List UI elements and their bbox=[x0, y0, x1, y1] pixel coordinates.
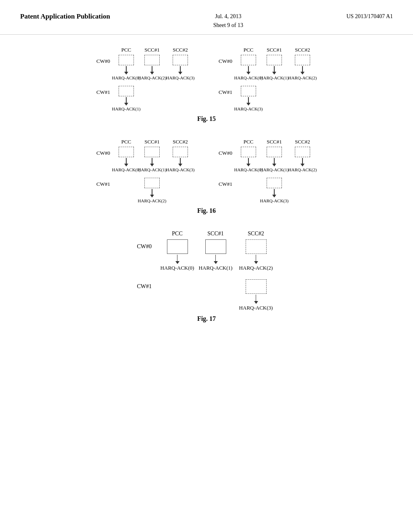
main-content: PCC SCC#1 SCC#2 CW#0 HARQ-ACK(0) bbox=[0, 35, 413, 351]
fig15-left-cw1-label: CW#1 bbox=[96, 86, 115, 96]
fig17-diagram: PCC SCC#1 SCC#2 CW#0 HARQ-ACK(0) bbox=[24, 231, 389, 311]
fig15-right-col3-header: SCC#2 bbox=[288, 47, 317, 53]
fig17-cw0-box1 bbox=[205, 239, 226, 254]
fig16-right-cw0-label: CW#0 bbox=[219, 147, 237, 156]
fig15-right-cw0-box1 bbox=[267, 55, 282, 65]
arrow bbox=[150, 189, 154, 197]
fig15-left-cw0-ack0: HARQ-ACK(0) bbox=[112, 75, 141, 80]
fig16-right-cw0-box0 bbox=[241, 147, 256, 157]
fig15-right-col2-header: SCC#1 bbox=[260, 47, 288, 53]
fig16-right: PCC SCC#1 SCC#2 CW#0 HARQ-ACK(0) H bbox=[219, 139, 317, 203]
arrow bbox=[246, 158, 250, 166]
fig17-cw0-ack1: HARQ-ACK(1) bbox=[199, 265, 233, 271]
fig16-left-cw0-ack2: HARQ-ACK(3) bbox=[166, 167, 195, 172]
fig17-cw0-box2 bbox=[246, 239, 267, 254]
fig17-cw0-ack2: HARQ-ACK(2) bbox=[239, 265, 273, 271]
fig15-right-cw1-label: CW#1 bbox=[219, 86, 237, 96]
fig17-cw1-ack2: HARQ-ACK(3) bbox=[239, 305, 273, 311]
fig15-left-cw0-box0 bbox=[119, 55, 134, 65]
fig16-left-cw0-box1 bbox=[144, 147, 160, 157]
arrow bbox=[178, 66, 182, 75]
fig15-right-cw1-ack0: HARQ-ACK(3) bbox=[234, 106, 263, 111]
fig16-right-cw0-ack2: HARQ-ACK(2) bbox=[288, 167, 317, 172]
fig16-right-cw0-ack1: HARQ-ACK(1) bbox=[260, 167, 289, 172]
fig17-col3-header: SCC#2 bbox=[236, 231, 276, 237]
arrow bbox=[300, 66, 305, 75]
pub-date: Jul. 4, 2013 bbox=[215, 13, 241, 19]
fig16-right-cw1-box1 bbox=[267, 178, 282, 188]
fig16-left-cw0-label: CW#0 bbox=[96, 147, 115, 156]
fig15-right-cw0-label: CW#0 bbox=[219, 55, 237, 64]
fig16-right-col1-header: PCC bbox=[237, 139, 260, 145]
arrow bbox=[246, 97, 250, 106]
fig16-left: PCC SCC#1 SCC#2 CW#0 HARQ-ACK(0) H bbox=[96, 139, 194, 203]
sheet-info: Sheet 9 of 13 bbox=[213, 22, 243, 28]
arrow bbox=[272, 66, 276, 75]
fig15-left: PCC SCC#1 SCC#2 CW#0 HARQ-ACK(0) bbox=[96, 47, 194, 111]
fig15-left-cw1-ack0: HARQ-ACK(1) bbox=[112, 106, 141, 111]
arrow bbox=[178, 158, 182, 166]
fig16-left-cw0-ack1: HARQ-ACK(1) bbox=[138, 167, 167, 172]
fig15-left-cw0-box2 bbox=[173, 55, 188, 65]
fig15-diagram: PCC SCC#1 SCC#2 CW#0 HARQ-ACK(0) bbox=[24, 47, 389, 111]
publication-title: Patent Application Publication bbox=[20, 12, 110, 21]
arrow bbox=[272, 189, 276, 197]
fig16-left-cw0-ack0: HARQ-ACK(0) bbox=[112, 167, 141, 172]
fig16-right-col3-header: SCC#2 bbox=[288, 139, 317, 145]
fig17-cw1-label: CW#1 bbox=[137, 279, 159, 290]
figure-17-block: PCC SCC#1 SCC#2 CW#0 HARQ-ACK(0) bbox=[24, 231, 389, 322]
fig15-right-cw0-ack1: HARQ-ACK(1) bbox=[260, 75, 289, 80]
fig16-left-cw0-box0 bbox=[119, 147, 134, 157]
arrow bbox=[124, 66, 128, 75]
fig16-right-cw0-box1 bbox=[267, 147, 282, 157]
fig15-right-cw0-box0 bbox=[241, 55, 256, 65]
fig16-right-cw0-box2 bbox=[295, 147, 310, 157]
arrow bbox=[175, 255, 179, 264]
arrow bbox=[246, 66, 250, 75]
fig16-left-cw1-box1 bbox=[144, 178, 160, 188]
header-center: Jul. 4, 2013 Sheet 9 of 13 bbox=[213, 12, 243, 30]
fig17-cw0-ack0: HARQ-ACK(0) bbox=[161, 265, 194, 271]
figure-15-block: PCC SCC#1 SCC#2 CW#0 HARQ-ACK(0) bbox=[24, 47, 389, 123]
fig15-right-cw0-box2 bbox=[295, 55, 310, 65]
arrow bbox=[272, 158, 276, 166]
fig16-right-cw1-ack1: HARQ-ACK(3) bbox=[260, 198, 289, 203]
page-header: Patent Application Publication Jul. 4, 2… bbox=[0, 0, 413, 35]
fig15-label: Fig. 15 bbox=[24, 115, 389, 123]
fig15-left-col1-header: PCC bbox=[115, 47, 138, 53]
fig15-left-cw0-ack1: HARQ-ACK(2) bbox=[138, 75, 167, 80]
fig15-left-col3-header: SCC#2 bbox=[166, 47, 194, 53]
fig15-left-cw0-label: CW#0 bbox=[96, 55, 115, 64]
fig17-col1-header: PCC bbox=[159, 231, 196, 237]
fig16-left-col3-header: SCC#2 bbox=[166, 139, 194, 145]
fig17-cw0-label: CW#0 bbox=[137, 239, 159, 250]
arrow bbox=[150, 66, 154, 75]
arrow bbox=[300, 158, 305, 166]
arrow bbox=[254, 255, 258, 264]
fig17-cw1-box2 bbox=[246, 279, 267, 294]
fig16-right-cw1-label: CW#1 bbox=[219, 178, 237, 187]
fig15-left-cw0-ack2: HARQ-ACK(3) bbox=[166, 75, 195, 80]
arrow bbox=[254, 295, 258, 304]
fig16-left-cw1-ack1: HARQ-ACK(2) bbox=[138, 198, 167, 203]
fig15-right: PCC SCC#1 SCC#2 CW#0 HARQ-ACK(0) bbox=[219, 47, 317, 111]
fig15-left-cw0-box1 bbox=[144, 55, 160, 65]
figure-16-block: PCC SCC#1 SCC#2 CW#0 HARQ-ACK(0) H bbox=[24, 139, 389, 214]
fig16-diagram: PCC SCC#1 SCC#2 CW#0 HARQ-ACK(0) H bbox=[24, 139, 389, 203]
arrow bbox=[150, 158, 154, 166]
fig17-cw0-box0 bbox=[167, 239, 188, 254]
fig16-label: Fig. 16 bbox=[24, 207, 389, 214]
fig15-right-cw0-ack2: HARQ-ACK(2) bbox=[288, 75, 317, 80]
fig16-left-col1-header: PCC bbox=[115, 139, 138, 145]
fig17-label: Fig. 17 bbox=[24, 315, 389, 322]
fig15-right-cw0-ack0: HARQ-ACK(0) bbox=[234, 75, 263, 80]
arrow bbox=[124, 97, 128, 106]
arrow bbox=[214, 255, 218, 264]
fig16-left-cw0-box2 bbox=[173, 147, 188, 157]
arrow bbox=[124, 158, 128, 166]
fig15-right-col1-header: PCC bbox=[237, 47, 260, 53]
fig16-right-col2-header: SCC#1 bbox=[260, 139, 288, 145]
fig17-col2-header: SCC#1 bbox=[196, 231, 236, 237]
fig17-content: PCC SCC#1 SCC#2 CW#0 HARQ-ACK(0) bbox=[137, 231, 276, 311]
fig16-right-cw0-ack0: HARQ-ACK(0) bbox=[234, 167, 263, 172]
